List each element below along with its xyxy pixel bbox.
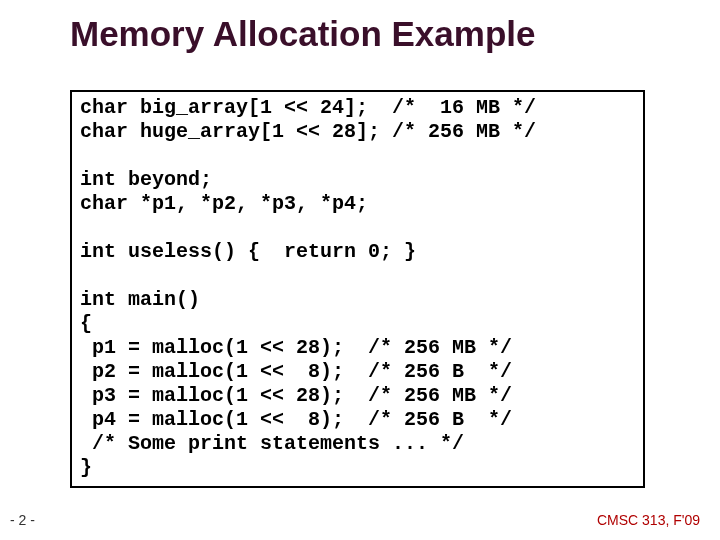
footer-course: CMSC 313, F'09 — [597, 512, 700, 528]
footer-page-number: - 2 - — [10, 512, 35, 528]
page-title: Memory Allocation Example — [70, 14, 536, 54]
slide: Memory Allocation Example char big_array… — [0, 0, 720, 540]
code-block: char big_array[1 << 24]; /* 16 MB */ cha… — [70, 90, 645, 488]
